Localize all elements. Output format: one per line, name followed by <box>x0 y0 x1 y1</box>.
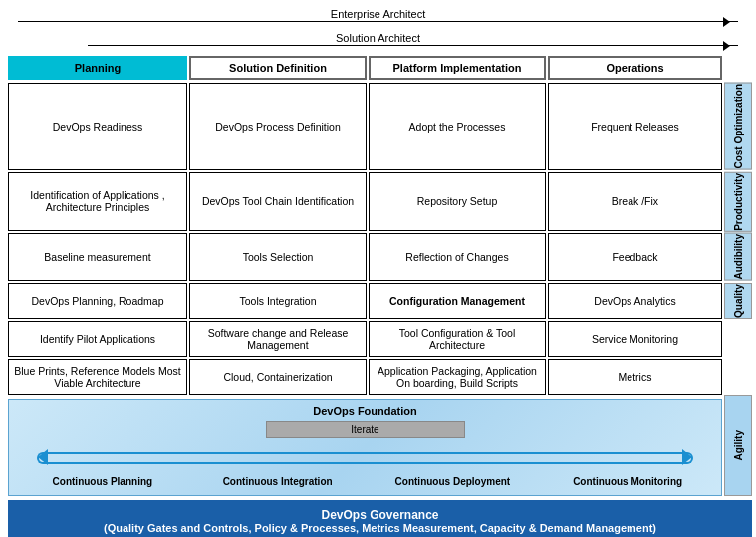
column-headers: Planning Solution Definition Platform Im… <box>8 56 752 80</box>
cell-r6-c4: Metrics <box>548 359 722 395</box>
cell-r3-c4: Feedback <box>548 233 722 281</box>
cell-r3-c2: Tools Selection <box>189 233 367 281</box>
cell-r2-c2: DevOps Tool Chain Identification <box>189 172 367 232</box>
cell-r2-c1: Identification of Applications , Archite… <box>8 172 187 232</box>
iterate-bar: Iterate <box>266 421 465 438</box>
governance-line2: (Quality Gates and Controls, Policy & Pr… <box>12 522 748 534</box>
header-solution-def: Solution Definition <box>189 56 367 80</box>
side-agility: Agility <box>724 395 752 496</box>
cell-r2-c3: Repository Setup <box>369 172 546 232</box>
solution-architect-line <box>8 45 748 55</box>
side-cost: Cost Optimization <box>724 83 752 170</box>
cell-r6-c1: Blue Prints, Reference Models Most Viabl… <box>8 359 187 395</box>
cell-r5-c3: Tool Configuration & Tool Architecture <box>369 321 546 357</box>
arrows-row <box>17 442 713 472</box>
governance-section: DevOps Governance (Quality Gates and Con… <box>8 500 752 537</box>
header-spacer <box>724 56 752 80</box>
cell-r1-c4: Frequent Releases <box>548 83 722 170</box>
cell-r4-c4: DevOps Analytics <box>548 283 722 319</box>
cell-r4-c3: Configuration Management <box>369 283 546 319</box>
bottom-section: DevOps Foundation Iterate Continuous Pla… <box>8 395 752 496</box>
content-area: Planning Solution Definition Platform Im… <box>8 56 748 537</box>
header-operations: Operations <box>548 56 722 80</box>
side-audibility: Audibility <box>724 233 752 281</box>
continuous-integration: Continuous Integration <box>192 476 364 487</box>
enterprise-architect-text: Enterprise Architect <box>331 8 425 20</box>
main-columns: Planning Solution Definition Platform Im… <box>8 56 752 537</box>
side-spacer1 <box>724 321 752 357</box>
cell-r4-c2: Tools Integration <box>189 283 367 319</box>
continuous-planning: Continuous Planning <box>17 476 188 487</box>
cell-r5-c1: Identify Pilot Applications <box>8 321 187 357</box>
cell-r2-c4: Break /Fix <box>548 172 722 232</box>
cell-r1-c2: DevOps Process Definition <box>189 83 367 170</box>
cell-r5-c4: Service Monitoring <box>548 321 722 357</box>
governance-line1: DevOps Governance <box>12 508 748 522</box>
enterprise-architect-line <box>8 21 748 31</box>
arrow-right <box>366 452 694 464</box>
header-planning: Planning <box>8 56 187 80</box>
cell-r3-c1: Baseline measurement <box>8 233 187 281</box>
side-productivity: Productivity <box>724 172 752 232</box>
agility-label: Agility <box>733 430 744 461</box>
foundation-title: DevOps Foundation <box>17 405 713 417</box>
continuous-deployment: Continuous Deployment <box>368 476 539 487</box>
cell-r6-c2: Cloud, Containerization <box>189 359 367 395</box>
cell-r5-c2: Software change and Release Management <box>189 321 367 357</box>
side-quality: Quality <box>724 283 752 319</box>
cell-r6-c3: Application Packaging, Application On bo… <box>369 359 546 395</box>
cell-r1-c3: Adopt the Processes <box>369 83 546 170</box>
solution-architect-text: Solution Architect <box>336 32 420 44</box>
solution-line <box>88 45 738 46</box>
header-platform: Platform Implementation <box>369 56 546 80</box>
solution-architect-label: Solution Architect <box>8 32 748 44</box>
main-container: Enterprise Architect Solution Architect … <box>0 0 756 537</box>
cell-r3-c3: Reflection of Changes <box>369 233 546 281</box>
arrow-left <box>37 452 366 464</box>
cell-r1-c1: DevOps Readiness <box>8 83 187 170</box>
data-grid: DevOps Readiness DevOps Process Definiti… <box>8 83 752 395</box>
continuous-monitoring: Continuous Monitoring <box>542 476 713 487</box>
foundation-section: DevOps Foundation Iterate Continuous Pla… <box>8 399 722 496</box>
enterprise-architect-label: Enterprise Architect <box>8 8 748 20</box>
side-spacer2 <box>724 359 752 395</box>
foundation-main: DevOps Foundation Iterate Continuous Pla… <box>8 395 722 496</box>
continuous-row: Continuous Planning Continuous Integrati… <box>17 476 713 487</box>
cell-r4-c1: DevOps Planning, Roadmap <box>8 283 187 319</box>
enterprise-line <box>18 21 738 22</box>
